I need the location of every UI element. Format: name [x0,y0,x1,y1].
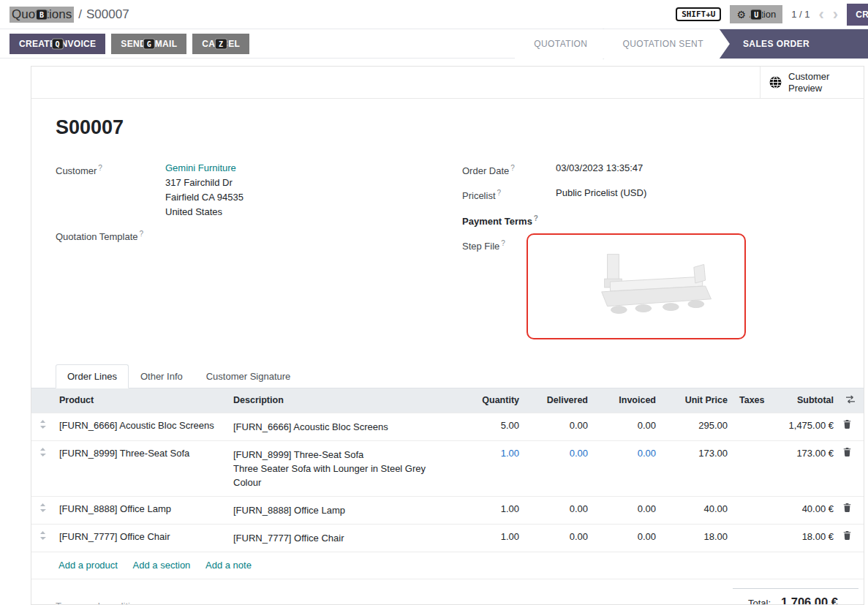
step-file-field: Step File? [462,236,839,339]
status-step-sales-order[interactable]: SALES ORDER [720,29,868,59]
header-options [839,388,864,413]
header-invoiced[interactable]: Invoiced [594,388,662,413]
cell-taxes[interactable] [733,413,770,440]
breadcrumb-quotations[interactable]: Quotations B [10,7,74,23]
delete-row-icon[interactable] [839,440,854,496]
delete-row-icon[interactable] [839,524,854,552]
cell-description[interactable]: [FURN_6666] Acoustic Bloc Screens [227,413,454,440]
pager-next-icon[interactable]: › [833,7,838,23]
cell-invoiced[interactable]: 0.00 [594,413,662,440]
order-date-value[interactable]: 03/03/2023 13:35:47 [556,161,643,176]
cell-unit-price[interactable]: 295.00 [662,413,733,440]
delete-row-icon[interactable] [839,496,854,524]
status-step-label: QUOTATION SENT [622,39,703,49]
action-bar: CREATE INVOICE Q SEND EMAIL G CANCEL Z Q… [0,29,868,59]
cell-description[interactable]: [FURN_8888] Office Lamp [227,496,454,524]
label-text: Order Date [462,165,509,176]
status-step-quotation[interactable]: QUOTATION [515,29,603,59]
keyboard-hint-badge: Q [52,39,62,48]
breadcrumb-separator: / [78,7,82,22]
pricelist-field: Pricelist? Public Pricelist (USD) [462,186,839,203]
create-invoice-button[interactable]: CREATE INVOICE Q [10,34,105,54]
send-email-button[interactable]: SEND EMAIL G [111,34,186,54]
cell-quantity[interactable]: 5.00 [454,413,525,440]
form-card: Customer Preview S00007 Customer? Gemini… [31,66,864,605]
customer-field-value: Gemini Furniture 317 Fairchild Dr Fairfi… [165,161,244,219]
header-taxes[interactable]: Taxes [733,388,770,413]
tab-other-info[interactable]: Other Info [129,364,195,388]
totals-panel: Total: 1,706.00 € [733,588,858,605]
toggle-columns-icon[interactable] [845,395,856,404]
drag-handle-icon[interactable] [31,524,53,552]
cell-description[interactable]: [FURN_8999] Three-Seat Sofa Three Seater… [227,440,454,496]
label-text: Payment Terms [462,216,532,227]
create-button[interactable]: CREATE [847,4,868,26]
action-menu-button[interactable]: ⚙ Action U [730,5,782,23]
order-line-row: [FURN_8888] Office Lamp [FURN_8888] Offi… [31,496,864,524]
header-subtotal[interactable]: Subtotal [770,388,839,413]
cell-product[interactable]: [FURN_8999] Three-Seat Sofa [53,440,227,496]
step-file-3d-image [529,236,743,337]
cell-delivered[interactable]: 0.00 [525,524,594,552]
customer-link[interactable]: Gemini Furniture [165,162,236,173]
order-line-row: [FURN_7777] Office Chair [FURN_7777] Off… [31,524,864,552]
add-product-link[interactable]: Add a product [59,560,118,571]
pricelist-value[interactable]: Public Pricelist (USD) [556,186,646,200]
customer-preview-button[interactable]: Customer Preview [760,67,864,98]
cancel-button[interactable]: CANCEL Z [192,34,249,54]
customer-preview-label: Customer Preview [788,71,839,94]
header-description[interactable]: Description [227,388,454,413]
cell-quantity[interactable]: 1.00 [454,524,525,552]
drag-handle-icon[interactable] [31,496,53,524]
cell-invoiced[interactable]: 0.00 [594,496,662,524]
header-quantity[interactable]: Quantity [454,388,525,413]
cell-unit-price[interactable]: 40.00 [662,496,733,524]
cell-unit-price[interactable]: 18.00 [662,524,733,552]
keyboard-hint-badge: Z [216,39,226,48]
page-title: S00007 [56,116,839,139]
form-sheet: S00007 Customer? Gemini Furniture 317 Fa… [31,99,864,605]
cell-delivered[interactable]: 0.00 [525,413,594,440]
delete-row-icon[interactable] [839,413,854,440]
globe-icon [769,76,782,89]
terms-and-conditions-input[interactable]: Terms and conditions... [56,601,154,605]
tab-customer-signature[interactable]: Customer Signature [195,364,303,388]
header-product[interactable]: Product [53,388,227,413]
cell-product[interactable]: [FURN_7777] Office Chair [53,524,227,552]
quotation-template-field: Quotation Template? [56,227,433,244]
cell-product[interactable]: [FURN_8888] Office Lamp [53,496,227,524]
step-file-preview[interactable] [527,233,746,339]
help-marker: ? [140,230,144,238]
drag-handle-icon[interactable] [31,440,53,496]
cell-taxes[interactable] [733,496,770,524]
cell-unit-price[interactable]: 173.00 [662,440,733,496]
order-date-label: Order Date? [462,161,556,179]
cell-delivered[interactable]: 0.00 [525,496,594,524]
order-line-row: [FURN_6666] Acoustic Bloc Screens [FURN_… [31,413,864,440]
cell-quantity[interactable]: 1.00 [454,440,525,496]
cell-subtotal: 18.00 € [770,524,839,552]
shortcut-key-badge: SHIFT+U [676,7,721,21]
header-unit-price[interactable]: Unit Price [662,388,733,413]
cell-description[interactable]: [FURN_7777] Office Chair [227,524,454,552]
pager-prev-icon[interactable]: ‹ [818,7,823,23]
cell-delivered[interactable]: 0.00 [525,440,594,496]
cell-product[interactable]: [FURN_6666] Acoustic Bloc Screens [53,413,227,440]
action-buttons-group: CREATE INVOICE Q SEND EMAIL G CANCEL Z [10,29,249,58]
header-delivered[interactable]: Delivered [525,388,594,413]
cell-taxes[interactable] [733,524,770,552]
cell-invoiced[interactable]: 0.00 [594,440,662,496]
cell-subtotal: 40.00 € [770,496,839,524]
row-spacer [854,440,864,496]
cell-taxes[interactable] [733,440,770,496]
drag-handle-icon[interactable] [31,413,53,440]
add-note-link[interactable]: Add a note [205,560,252,571]
topbar-right-cluster: SHIFT+U ⚙ Action U 1 / 1 ‹ › CREATE [676,4,868,26]
cell-quantity[interactable]: 1.00 [454,496,525,524]
add-section-link[interactable]: Add a section [133,560,191,571]
order-line-row: [FURN_8999] Three-Seat Sofa [FURN_8999] … [31,440,864,496]
label-text: Quotation Template [56,231,138,242]
tab-order-lines[interactable]: Order Lines [56,364,129,388]
status-step-quotation-sent[interactable]: QUOTATION SENT [603,29,720,59]
cell-invoiced[interactable]: 0.00 [594,524,662,552]
